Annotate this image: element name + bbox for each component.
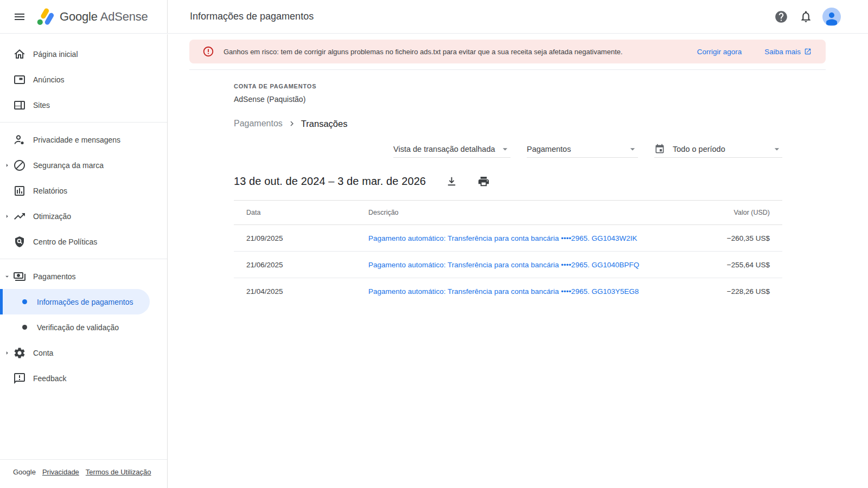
download-icon[interactable] — [445, 175, 458, 188]
sidebar-item-label: Página inicial — [33, 50, 78, 59]
sidebar-item-sites[interactable]: Sites — [0, 92, 167, 118]
table-row: 21/09/2025 Pagamento automático: Transfe… — [234, 225, 782, 252]
table-header-row: Data Descrição Valor (USD) — [234, 201, 782, 225]
sidebar-footer: GooglePrivacidadeTermos de Utilização — [0, 459, 167, 488]
settings-icon — [13, 346, 26, 359]
cell-date: 21/04/2025 — [234, 278, 356, 305]
sidebar-item-label: Otimização — [33, 212, 71, 221]
page-title: Informações de pagamentos — [190, 11, 314, 22]
date-range-row: 13 de out. de 2024 – 3 de mar. de 2026 — [234, 175, 782, 188]
brand-safety-icon — [13, 159, 26, 172]
payments-content: CONTA DE PAGAMENTOS AdSense (Paquistão) … — [234, 83, 782, 305]
account-name: AdSense (Paquistão) — [234, 95, 782, 104]
adsense-logo-icon — [36, 7, 55, 27]
terms-link[interactable]: Termos de Utilização — [86, 468, 151, 476]
filter-row: Vista de transação detalhada Pagamentos … — [234, 142, 782, 158]
top-app-bar: GoogleAdSense Informações de pagamentos — [0, 0, 868, 34]
logo-google-text: Google — [60, 10, 98, 23]
table-row: 21/06/2025 Pagamento automático: Transfe… — [234, 252, 782, 278]
column-header-data: Data — [234, 201, 356, 225]
sidebar-item-seguranca-da-marca[interactable]: Segurança da marca — [0, 152, 167, 178]
header-brand-area: GoogleAdSense — [0, 0, 168, 33]
header-actions — [773, 8, 841, 26]
sidebar-item-label: Centro de Políticas — [33, 237, 97, 246]
breadcrumb-pagamentos[interactable]: Pagamentos — [234, 119, 283, 129]
print-icon[interactable] — [477, 175, 490, 188]
sidebar-item-label: Privacidade e mensagens — [33, 136, 120, 144]
learn-more-button[interactable]: Saiba mais — [764, 48, 812, 56]
period-select[interactable]: Todo o período — [654, 142, 782, 158]
sidebar-item-informacoes-de-pagamentos[interactable]: Informações de pagamentos — [0, 289, 167, 314]
chevron-right-icon — [287, 119, 297, 129]
sidebar-item-relatorios[interactable]: Relatórios — [0, 178, 167, 203]
sidebar-item-label: Anúncios — [33, 75, 65, 84]
date-range-title: 13 de out. de 2024 – 3 de mar. de 2026 — [234, 175, 426, 188]
sidebar-item-centro-de-politicas[interactable]: Centro de Políticas — [0, 229, 167, 254]
transaction-view-select[interactable]: Vista de transação detalhada — [393, 142, 510, 158]
transaction-link[interactable]: Pagamento automático: Transferência para… — [368, 287, 639, 296]
home-icon — [13, 48, 26, 61]
optimization-icon — [13, 210, 26, 223]
sidebar-divider — [0, 259, 167, 259]
fix-now-button[interactable]: Corrigir agora — [697, 48, 742, 56]
menu-icon[interactable] — [10, 7, 29, 27]
sidebar-item-label: Feedback — [33, 374, 66, 383]
cell-amount: −255,64 US$ — [663, 252, 782, 278]
content-divider — [189, 69, 826, 70]
transaction-link[interactable]: Pagamento automático: Transferência para… — [368, 234, 637, 242]
dropdown-caret-icon — [500, 144, 510, 155]
column-header-descricao: Descrição — [356, 201, 663, 225]
sidebar-item-privacidade[interactable]: Privacidade e mensagens — [0, 127, 167, 152]
transaction-type-select[interactable]: Pagamentos — [527, 142, 638, 158]
payments-icon — [13, 270, 26, 283]
sidebar-divider — [0, 122, 167, 123]
notifications-icon[interactable] — [798, 9, 814, 24]
dropdown-caret-icon — [771, 144, 782, 155]
sites-icon — [13, 99, 26, 112]
sidebar-item-otimizacao[interactable]: Otimização — [0, 203, 167, 229]
alert-message: Ganhos em risco: tem de corrigir alguns … — [224, 48, 623, 56]
collapse-arrow-icon[interactable] — [3, 273, 11, 280]
sidebar-item-anuncios[interactable]: Anúncios — [0, 67, 167, 92]
bullet-icon — [22, 299, 27, 304]
expand-arrow-icon[interactable] — [3, 349, 11, 357]
sidebar-nav: Página inicial Anúncios Sites Privacidad… — [0, 34, 168, 488]
transaction-view-value: Vista de transação detalhada — [393, 145, 495, 153]
dropdown-caret-icon — [627, 144, 638, 155]
alert-actions: Corrigir agora Saiba mais — [697, 48, 812, 56]
breadcrumb: Pagamentos Transações — [234, 118, 782, 130]
help-icon[interactable] — [773, 9, 789, 25]
transaction-type-value: Pagamentos — [527, 145, 571, 153]
sidebar-item-feedback[interactable]: Feedback — [0, 365, 167, 391]
sidebar-item-pagamentos[interactable]: Pagamentos — [0, 264, 167, 289]
sidebar-item-verificacao-de-validacao[interactable]: Verificação de validação — [0, 314, 167, 340]
ads-txt-alert-banner: Ganhos em risco: tem de corrigir alguns … — [189, 40, 826, 63]
transaction-link[interactable]: Pagamento automático: Transferência para… — [368, 261, 639, 269]
bullet-icon — [22, 325, 27, 330]
alert-banner-wrap: Ganhos em risco: tem de corrigir alguns … — [168, 34, 868, 70]
cell-date: 21/06/2025 — [234, 252, 356, 278]
table-row: 21/04/2025 Pagamento automático: Transfe… — [234, 278, 782, 305]
sidebar-item-label: Relatórios — [33, 187, 67, 195]
expand-arrow-icon[interactable] — [3, 213, 11, 220]
avatar[interactable] — [822, 8, 841, 26]
sidebar-item-pagina-inicial[interactable]: Página inicial — [0, 41, 167, 67]
expand-arrow-icon[interactable] — [3, 162, 11, 169]
sidebar-item-label: Informações de pagamentos — [37, 298, 133, 306]
privacy-messaging-icon — [13, 133, 26, 146]
privacy-link[interactable]: Privacidade — [42, 468, 79, 476]
adsense-logo[interactable]: GoogleAdSense — [36, 7, 148, 27]
payments-account-block: CONTA DE PAGAMENTOS AdSense (Paquistão) — [234, 83, 782, 104]
sidebar-item-label: Pagamentos — [33, 272, 76, 281]
reports-icon — [13, 184, 26, 197]
selected-indicator-bar — [0, 289, 3, 314]
logo-adsense-text: AdSense — [100, 10, 148, 23]
policy-center-icon — [13, 235, 26, 248]
sidebar-item-conta[interactable]: Conta — [0, 340, 167, 365]
main-content: Ganhos em risco: tem de corrigir alguns … — [168, 34, 868, 488]
cell-amount: −260,35 US$ — [663, 225, 782, 252]
error-icon — [202, 46, 214, 57]
breadcrumb-transacoes: Transações — [301, 119, 348, 129]
sidebar-item-label: Sites — [33, 101, 50, 110]
cell-amount: −228,26 US$ — [663, 278, 782, 305]
